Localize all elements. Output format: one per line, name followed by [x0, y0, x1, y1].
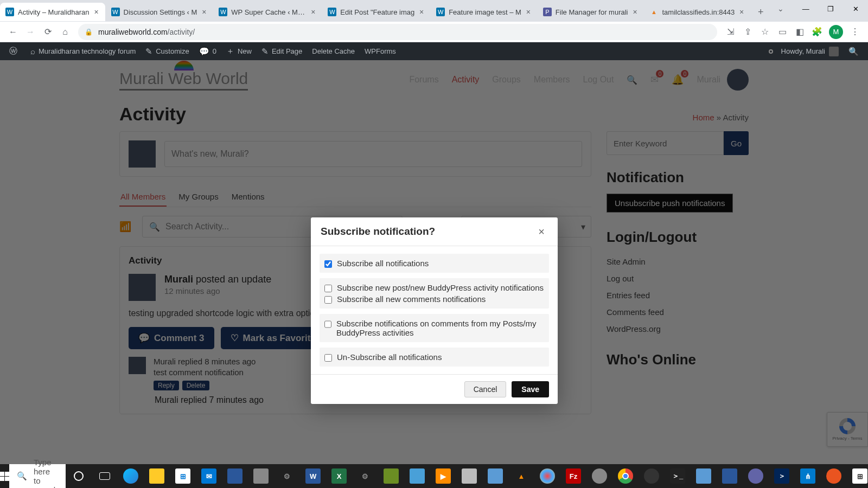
label: Subscribe all new comments notifications: [337, 294, 486, 304]
app-store[interactable]: ⊞: [170, 466, 195, 486]
close-icon[interactable]: ×: [309, 8, 317, 16]
app-generic-2[interactable]: [248, 466, 273, 486]
avatar-icon: [829, 47, 839, 56]
close-button[interactable]: ✕: [843, 0, 868, 17]
app-row2-7[interactable]: [743, 466, 768, 486]
app-generic-7[interactable]: [483, 466, 508, 486]
app-word[interactable]: W: [301, 466, 326, 486]
start-button[interactable]: [0, 464, 9, 488]
share-icon[interactable]: ⇪: [739, 24, 756, 40]
reading-list-icon[interactable]: ▭: [774, 24, 790, 40]
close-icon[interactable]: ×: [524, 8, 533, 16]
app-media[interactable]: ▶: [431, 466, 456, 486]
tab-4[interactable]: WFeature image test – M×: [431, 3, 537, 21]
install-app-icon[interactable]: ⇲: [722, 24, 738, 40]
bookmark-icon[interactable]: ☆: [757, 24, 773, 40]
app-vscode[interactable]: ⋔: [795, 466, 820, 486]
app-row2-3[interactable]: [639, 466, 664, 486]
opt-my-posts[interactable]: Subscribe notifications on comments from…: [324, 318, 544, 338]
checkbox-unsubscribe-all[interactable]: [324, 354, 332, 362]
checkbox-new-comments[interactable]: [324, 296, 332, 304]
app-row2-6[interactable]: [717, 466, 742, 486]
checkbox-my-posts[interactable]: [324, 320, 331, 328]
tab-title: Feature image test – M: [449, 8, 521, 16]
app-row2-11[interactable]: ⊞: [847, 466, 868, 486]
app-edge[interactable]: [118, 466, 143, 486]
app-powershell[interactable]: ＞: [769, 466, 794, 486]
wp-edit-page[interactable]: ✎Edit Page: [257, 42, 307, 60]
tab-1[interactable]: WDiscussion Settings ‹ M×: [106, 3, 213, 21]
wp-logo[interactable]: ⓦ: [4, 42, 25, 60]
close-icon[interactable]: ×: [417, 8, 426, 16]
wp-site-name[interactable]: ⌕Muralidharan technology forum: [25, 42, 141, 60]
profile-avatar[interactable]: M: [829, 25, 843, 39]
reload-button[interactable]: ⟳: [40, 24, 55, 40]
label: Un-Subscribe all notifications: [337, 352, 442, 362]
url-input[interactable]: 🔒 muraliwebworld.com/activity/: [78, 24, 717, 40]
close-icon[interactable]: ×: [200, 8, 208, 16]
tab-title: Edit Post "Feature imag: [340, 8, 414, 16]
close-icon[interactable]: ×: [631, 8, 640, 16]
wp-customize[interactable]: ✎Customize: [141, 42, 194, 60]
app-generic-4[interactable]: [379, 466, 404, 486]
wp-new[interactable]: ＋New: [221, 42, 257, 60]
app-filezilla[interactable]: Fz: [561, 466, 586, 486]
app-paint[interactable]: [535, 466, 560, 486]
app-chrome[interactable]: [613, 466, 638, 486]
taskbar-search[interactable]: 🔍Type here to search: [9, 464, 66, 488]
wp-search-icon[interactable]: 🔍: [844, 47, 864, 56]
checkbox-subscribe-all[interactable]: [324, 260, 332, 268]
save-button[interactable]: Save: [512, 381, 549, 397]
opt-unsubscribe-all[interactable]: Un-Subscribe all notifications: [324, 351, 544, 363]
label: New: [238, 47, 252, 55]
label: Delete Cache: [312, 47, 355, 55]
placeholder: Type here to search: [34, 458, 58, 488]
app-generic-6[interactable]: [457, 466, 482, 486]
cortana-icon[interactable]: [66, 466, 91, 486]
chevron-down-icon[interactable]: ⌄: [768, 0, 793, 17]
label: Subscribe new post/new BuddyPress activi…: [337, 283, 544, 292]
new-tab-button[interactable]: +: [753, 4, 768, 20]
address-bar: ← → ⟳ ⌂ 🔒 muraliwebworld.com/activity/ ⇲…: [0, 22, 868, 42]
app-settings[interactable]: ⚙: [275, 466, 299, 486]
checkbox-new-post[interactable]: [324, 285, 332, 292]
app-excel[interactable]: X: [327, 466, 352, 486]
wp-delete-cache[interactable]: Delete Cache: [307, 42, 360, 60]
wp-howdy[interactable]: Howdy, Murali: [776, 42, 844, 60]
menu-icon[interactable]: ⋮: [847, 24, 863, 40]
extensions-menu-icon[interactable]: 🧩: [809, 24, 825, 40]
app-generic-5[interactable]: [405, 466, 430, 486]
app-row2-1[interactable]: [587, 466, 612, 486]
app-mail[interactable]: ✉: [196, 466, 221, 486]
minimize-button[interactable]: —: [793, 0, 818, 17]
tab-2[interactable]: WWP Super Cache ‹ Mura×: [213, 3, 322, 21]
maximize-button[interactable]: ❐: [818, 0, 843, 17]
app-terminal[interactable]: ＞_: [665, 466, 690, 486]
lock-icon: 🔒: [85, 28, 93, 36]
app-explorer[interactable]: [144, 466, 169, 486]
opt-new-post[interactable]: Subscribe new post/new BuddyPress activi…: [324, 282, 544, 293]
forward-button[interactable]: →: [23, 24, 38, 40]
tab-6[interactable]: ▲tamilclassifieds.in:8443×: [644, 3, 751, 21]
app-row2-5[interactable]: [691, 466, 716, 486]
cancel-button[interactable]: Cancel: [464, 381, 507, 397]
app-ubuntu[interactable]: [821, 466, 846, 486]
close-icon[interactable]: ×: [535, 225, 548, 238]
tab-5[interactable]: PFile Manager for murali×: [538, 3, 644, 21]
back-button[interactable]: ←: [5, 24, 21, 40]
app-vlc[interactable]: ▲: [509, 466, 534, 486]
close-icon[interactable]: ×: [92, 8, 101, 16]
app-generic-3[interactable]: ⚙: [353, 466, 378, 486]
opt-subscribe-all[interactable]: Subscribe all notifications: [324, 258, 544, 269]
close-icon[interactable]: ×: [737, 8, 746, 16]
app-generic-1[interactable]: [222, 466, 247, 486]
search-icon: 🔍: [17, 471, 27, 481]
opt-new-comments[interactable]: Subscribe all new comments notifications: [324, 293, 544, 305]
task-view-icon[interactable]: [92, 466, 117, 486]
tab-3[interactable]: WEdit Post "Feature imag×: [322, 3, 430, 21]
wp-comments[interactable]: 💬0: [194, 42, 221, 60]
extension-icon[interactable]: ◧: [792, 24, 808, 40]
wp-wpforms[interactable]: WPForms: [360, 42, 401, 60]
tab-0[interactable]: WActivity – Muralidharan×: [0, 3, 105, 21]
home-button[interactable]: ⌂: [58, 24, 73, 40]
